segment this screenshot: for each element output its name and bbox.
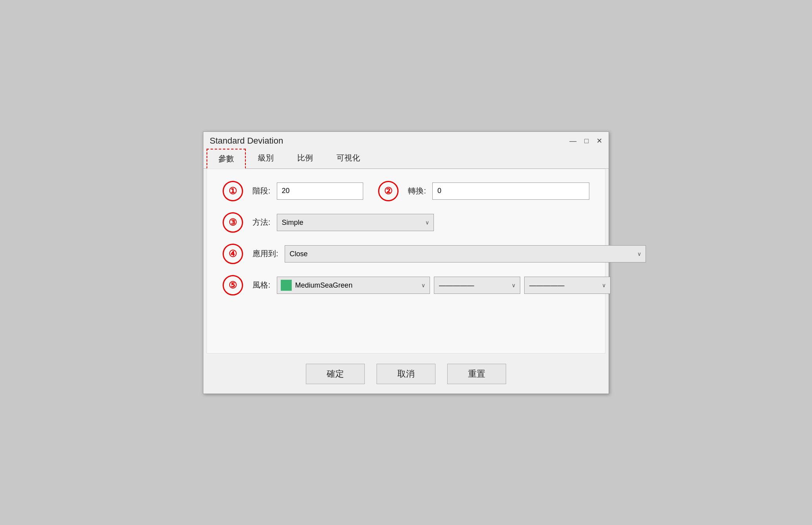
main-window: Standard Deviation — □ ✕ 參數 級別 比例 可視化 ① … — [203, 131, 609, 394]
tab-visual[interactable]: 可視化 — [325, 148, 371, 168]
footer: 確定 取消 重置 — [203, 357, 609, 394]
tab-bar: 參數 級別 比例 可視化 — [203, 148, 609, 169]
close-button[interactable]: ✕ — [596, 137, 602, 144]
method-row: ③ 方法: Simple Exponential Weighted — [223, 212, 589, 233]
badge-2: ② — [378, 181, 399, 201]
ok-button[interactable]: 確定 — [306, 364, 365, 384]
conversion-input[interactable] — [432, 182, 589, 200]
line1-select[interactable]: ————— - - - - - · · · · · — [434, 277, 520, 294]
window-controls: — □ ✕ — [569, 137, 602, 144]
style-row: ⑤ 風格: MediumSeaGreen Red Blue Yellow ———… — [223, 275, 589, 295]
window-title: Standard Deviation — [210, 136, 283, 146]
restore-button[interactable]: □ — [584, 137, 589, 144]
step-row: ① 階段: ② 轉換: — [223, 181, 589, 201]
line1-select-wrapper: ————— - - - - - · · · · · — [434, 277, 520, 294]
style-label: 風格: — [252, 280, 271, 290]
color-select[interactable]: MediumSeaGreen Red Blue Yellow — [277, 277, 430, 294]
line2-select-wrapper: ————— - - - - - · · · · · — [524, 277, 611, 294]
badge-3: ③ — [223, 212, 243, 233]
method-select[interactable]: Simple Exponential Weighted — [277, 214, 434, 231]
step-label: 階段: — [252, 186, 271, 196]
conversion-label: 轉換: — [408, 186, 426, 196]
content-area: ① 階段: ② 轉換: ③ 方法: Simple Exponential Wei… — [207, 169, 605, 354]
badge-5: ⑤ — [223, 275, 243, 295]
cancel-button[interactable]: 取消 — [377, 364, 435, 384]
tab-scale[interactable]: 比例 — [286, 148, 324, 168]
step-input[interactable] — [277, 182, 363, 200]
apply-select-wrapper: Close Open High Low — [285, 245, 646, 262]
style-controls: MediumSeaGreen Red Blue Yellow ————— - -… — [277, 277, 611, 294]
tab-levels[interactable]: 級別 — [247, 148, 285, 168]
apply-select[interactable]: Close Open High Low — [285, 245, 646, 262]
line2-select[interactable]: ————— - - - - - · · · · · — [524, 277, 611, 294]
method-label: 方法: — [252, 217, 271, 228]
apply-row: ④ 應用到: Close Open High Low — [223, 244, 589, 264]
reset-button[interactable]: 重置 — [447, 364, 506, 384]
apply-label: 應用到: — [252, 248, 278, 259]
minimize-button[interactable]: — — [569, 137, 576, 144]
badge-4: ④ — [223, 244, 243, 264]
title-bar: Standard Deviation — □ ✕ — [203, 132, 609, 148]
badge-1: ① — [223, 181, 243, 201]
tab-params[interactable]: 參數 — [207, 149, 246, 169]
method-select-wrapper: Simple Exponential Weighted — [277, 214, 434, 231]
color-select-wrapper: MediumSeaGreen Red Blue Yellow — [277, 277, 430, 294]
